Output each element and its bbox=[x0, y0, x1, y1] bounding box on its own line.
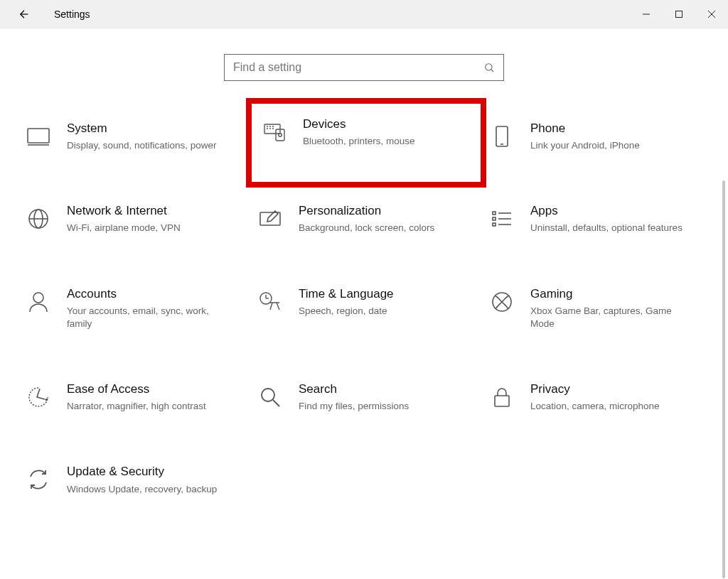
tile-title: Update & Security bbox=[67, 464, 235, 480]
tile-desc: Location, camera, microphone bbox=[530, 400, 698, 413]
window-controls bbox=[630, 0, 728, 28]
maximize-button[interactable] bbox=[663, 0, 695, 28]
tile-gaming[interactable]: Gaming Xbox Game Bar, captures, Game Mod… bbox=[489, 282, 702, 335]
tile-title: Network & Internet bbox=[67, 203, 235, 219]
tile-desc: Display, sound, notifications, power bbox=[67, 139, 235, 152]
svg-rect-1 bbox=[676, 11, 682, 18]
tile-accounts[interactable]: Accounts Your accounts, email, sync, wor… bbox=[26, 282, 239, 335]
tile-title: Accounts bbox=[67, 286, 235, 302]
personalization-icon bbox=[257, 206, 283, 232]
apps-icon bbox=[489, 206, 515, 232]
tile-desc: Background, lock screen, colors bbox=[299, 222, 466, 234]
globe-icon bbox=[26, 206, 51, 232]
tile-title: Time & Language bbox=[299, 286, 466, 302]
tile-desc: Wi-Fi, airplane mode, VPN bbox=[67, 222, 235, 234]
tile-apps[interactable]: Apps Uninstall, defaults, optional featu… bbox=[489, 199, 702, 239]
tile-desc: Narrator, magnifier, high contrast bbox=[67, 400, 235, 413]
gaming-icon bbox=[489, 289, 515, 315]
tile-title: System bbox=[67, 121, 235, 136]
scrollbar[interactable] bbox=[722, 180, 725, 578]
search-box[interactable] bbox=[224, 54, 504, 81]
tile-desc: Bluetooth, printers, mouse bbox=[303, 135, 471, 148]
tile-phone[interactable]: Phone Link your Android, iPhone bbox=[489, 117, 702, 156]
tile-title: Phone bbox=[530, 121, 698, 136]
lock-icon bbox=[489, 384, 515, 410]
magnifier-icon bbox=[257, 384, 283, 410]
tile-title: Privacy bbox=[530, 382, 698, 397]
update-icon bbox=[26, 467, 51, 492]
tile-title: Devices bbox=[303, 117, 471, 132]
content-area: System Display, sound, notifications, po… bbox=[0, 28, 728, 579]
phone-icon bbox=[489, 124, 515, 149]
tile-title: Ease of Access bbox=[67, 382, 235, 397]
svg-rect-23 bbox=[493, 212, 496, 215]
tile-personalization[interactable]: Personalization Background, lock screen,… bbox=[257, 199, 471, 239]
system-icon bbox=[26, 124, 51, 149]
tile-title: Personalization bbox=[299, 203, 466, 219]
search-container bbox=[0, 54, 728, 81]
search-input[interactable] bbox=[233, 61, 483, 74]
window-title: Settings bbox=[54, 9, 90, 20]
svg-rect-17 bbox=[496, 126, 508, 146]
tile-desc: Speech, region, date bbox=[299, 305, 466, 318]
tile-update-security[interactable]: Update & Security Windows Update, recove… bbox=[26, 460, 239, 499]
back-button[interactable] bbox=[17, 7, 31, 21]
tile-desc: Your accounts, email, sync, work, family bbox=[67, 305, 235, 330]
tile-privacy[interactable]: Privacy Location, camera, microphone bbox=[489, 377, 702, 417]
svg-rect-6 bbox=[28, 129, 49, 143]
tile-ease-of-access[interactable]: Ease of Access Narrator, magnifier, high… bbox=[26, 377, 239, 417]
time-language-icon bbox=[257, 289, 283, 315]
tile-devices[interactable]: Devices Bluetooth, printers, mouse bbox=[246, 98, 486, 188]
tile-desc: Link your Android, iPhone bbox=[530, 139, 698, 152]
tile-network[interactable]: Network & Internet Wi-Fi, airplane mode,… bbox=[26, 199, 239, 239]
svg-point-4 bbox=[486, 64, 492, 70]
tile-title: Gaming bbox=[530, 286, 698, 302]
svg-point-29 bbox=[33, 293, 43, 303]
tile-desc: Uninstall, defaults, optional features bbox=[530, 222, 698, 234]
tile-time-language[interactable]: Time & Language Speech, region, date bbox=[257, 282, 471, 335]
minimize-button[interactable] bbox=[630, 0, 663, 28]
tile-search[interactable]: Search Find my files, permissions bbox=[257, 377, 471, 417]
tile-title: Apps bbox=[530, 203, 698, 219]
svg-rect-27 bbox=[493, 223, 496, 226]
tile-title: Search bbox=[299, 382, 466, 397]
settings-tiles: System Display, sound, notifications, po… bbox=[0, 117, 728, 500]
svg-line-5 bbox=[491, 70, 493, 72]
ease-of-access-icon bbox=[26, 384, 51, 410]
titlebar: Settings bbox=[0, 0, 728, 28]
close-button[interactable] bbox=[695, 0, 728, 28]
svg-line-36 bbox=[273, 400, 279, 406]
svg-rect-25 bbox=[493, 217, 496, 220]
tile-system[interactable]: System Display, sound, notifications, po… bbox=[26, 117, 239, 156]
svg-point-16 bbox=[279, 134, 282, 137]
tile-desc: Find my files, permissions bbox=[299, 400, 466, 413]
tile-desc: Xbox Game Bar, captures, Game Mode bbox=[530, 305, 698, 330]
svg-rect-37 bbox=[495, 396, 509, 406]
accounts-icon bbox=[26, 289, 51, 315]
svg-point-35 bbox=[262, 389, 274, 401]
devices-icon bbox=[262, 119, 287, 145]
search-icon bbox=[483, 62, 495, 73]
tile-desc: Windows Update, recovery, backup bbox=[67, 483, 235, 496]
